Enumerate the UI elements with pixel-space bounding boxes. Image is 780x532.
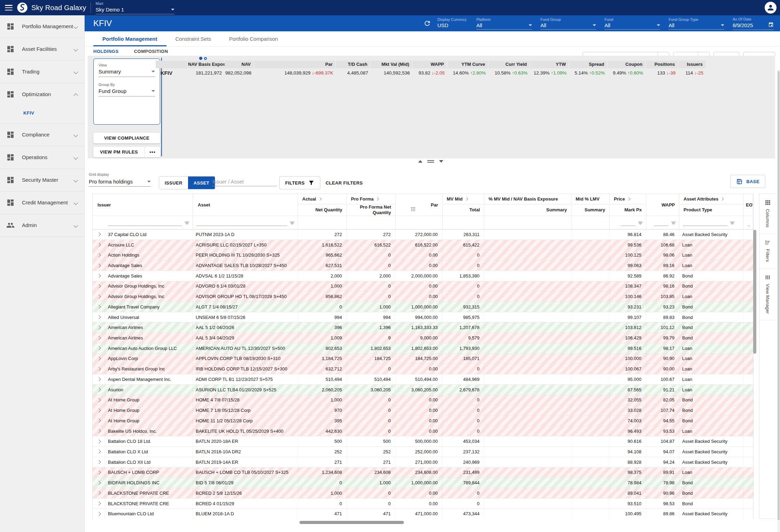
table-row[interactable]: Battalion CLO 18 Ltd.BATLN 2020-18A ER50… [93,436,753,447]
group-by-select[interactable]: Fund Group [99,88,155,96]
table-row[interactable]: Bakelite US Holdco, Inc.BAKELITE UK HOLD… [93,426,753,437]
filter-list-icon[interactable] [671,220,676,226]
eoy-filter-input[interactable] [747,221,750,226]
product-type-filter-input[interactable] [683,221,727,226]
filter-list-icon[interactable] [730,220,735,226]
sidebar-item-operations[interactable]: Operations [0,146,84,169]
col-header-pro-forma-net-quantity[interactable]: Pro Forma Net Quantity [347,204,396,216]
mart-select[interactable]: Mart Sky Demo 1 [96,1,174,14]
header-filter-as-of-date[interactable]: As Of Date8/9/2025 [733,17,774,30]
col-header-asset[interactable]: Asset [193,194,298,216]
asset-filter-input[interactable] [196,221,287,226]
table-row[interactable]: At Home GroupHOME 7 1/8 05/12/28 Corp970… [93,405,753,416]
issuer-toggle-button[interactable]: ISSUER [159,177,188,189]
row-expander[interactable] [93,281,105,291]
table-row[interactable]: American Auto Auction Group LLCAMERICAN … [93,343,753,354]
row-expander[interactable] [93,271,105,281]
table-row[interactable]: BAUSCH + LOMB CORPBAUSCH + LOMB CO TLB 0… [93,468,753,478]
header-filter-fund-group-type[interactable]: Fund Group TypeAll [669,17,724,30]
row-expander[interactable] [93,354,105,364]
tab-portfolio-management[interactable]: Portfolio Management [93,31,166,46]
user-avatar[interactable] [765,2,777,14]
header-filter-platform[interactable]: PlatformAll [476,17,532,30]
row-expander[interactable] [93,374,105,384]
col-header-summary-mv[interactable]: Summary [484,204,571,216]
row-expander[interactable] [93,250,105,260]
header-filter-fund-group[interactable]: Fund GroupAll [540,17,596,30]
issuer-filter-input[interactable] [108,221,182,226]
side-toolbar-filters[interactable]: Filters [759,234,776,269]
group-header-pct-mv[interactable]: % MV Mid / NAV Basis Exposure [484,194,571,204]
col-header-net-quantity[interactable]: Net Quantity [298,204,347,216]
col-header-total[interactable]: Total [443,204,484,216]
sidebar-item-trading[interactable]: Trading [0,61,84,83]
row-expander[interactable] [93,312,105,322]
table-row[interactable]: BLACKSTONE PRIVATE CREBCRED 4 01/15/2900… [93,499,753,509]
grid-display-select[interactable]: Grid display Pro forma holdings [89,172,151,187]
filter-list-icon[interactable] [184,220,190,226]
col-header-mark-px[interactable]: Mark Px [610,204,646,216]
row-expander[interactable] [93,364,105,374]
group-header-pro-forma[interactable]: Pro Forma [347,194,396,204]
table-row[interactable]: At Home GroupHOME 11 1/2 05/12/28 Corp39… [93,416,753,426]
view-compliance-button[interactable]: VIEW COMPLIANCE [93,133,160,143]
filters-button[interactable]: FILTERS [279,176,320,189]
row-expander[interactable] [93,385,105,395]
table-row[interactable]: Advantage SalesADVANTAGE SALES TLB 10/28… [93,260,753,271]
refresh-icon[interactable] [423,19,431,27]
sidebar-subitem-kfiv[interactable]: KFIV [0,105,84,123]
sidebar-item-security-master[interactable]: Security Master [0,169,84,191]
row-expander[interactable] [93,436,105,446]
table-row[interactable]: Advantage SalesADVSAL 6 1/2 11/15/282,00… [93,271,753,281]
row-expander[interactable] [93,509,105,519]
row-expander[interactable] [93,405,105,415]
sidebar-item-credit-management[interactable]: Credit Management [0,191,84,214]
page-scrollbar[interactable] [777,70,780,532]
col-header-par[interactable]: Par [396,194,443,216]
table-row[interactable]: American AirlinesAAL 5 1/2 04/20/263961,… [93,322,753,333]
mark-px-filter-input[interactable] [621,221,635,226]
row-expander[interactable] [93,478,105,488]
calendar-icon[interactable] [768,22,774,29]
col-header-wapp[interactable]: WAPP [646,194,679,216]
group-header-price[interactable]: Price [610,194,646,204]
pagination-dots[interactable] [199,57,207,60]
group-header-asset-attributes[interactable]: Asset Attributes [679,194,744,204]
sidebar-item-admin[interactable]: Admin [0,214,84,236]
table-row[interactable]: Allegiant Travel CompanyALGT 7 1/4 08/15… [93,302,753,312]
filter-list-icon[interactable] [638,220,643,226]
table-row[interactable]: 37 Capital CLO LtdPUTNM 2023-1A D2722722… [93,229,753,240]
more-options-button[interactable]: ••• [145,147,160,157]
table-row[interactable]: Aspen Dental Management Inc.ADMI CORP TL… [93,374,753,385]
subtab-composition[interactable]: COMPOSITION [134,49,168,54]
view-pm-rules-button[interactable]: VIEW PM RULES [93,147,145,157]
vertical-scrollbar[interactable] [753,230,756,354]
hamburger-menu-icon[interactable] [5,5,13,10]
row-expander[interactable] [93,395,105,405]
clear-filters-button[interactable]: CLEAR FILTERS [326,176,363,189]
col-header-eoy[interactable]: EOY I [744,194,753,216]
search-input[interactable] [212,177,277,186]
row-expander[interactable] [93,488,105,498]
row-expander[interactable] [93,302,105,312]
table-row[interactable]: At Home GroupHOME 4 7/8 07/15/281,00000.… [93,395,753,406]
table-row[interactable]: Arby's Restaurant Group IncIRB HOLDING C… [93,364,753,374]
row-expander[interactable] [93,416,105,426]
table-row[interactable]: AppLovin CorpAPPLOVIN CORP TLB 08/19/203… [93,354,753,364]
row-expander[interactable] [93,322,105,332]
group-header-actual[interactable]: Actual [298,194,347,204]
row-expander[interactable] [93,457,105,467]
row-expander[interactable] [93,499,105,509]
row-expander[interactable] [93,468,105,478]
subtab-holdings[interactable]: HOLDINGS [93,49,119,54]
base-button[interactable]: BASE [730,175,765,188]
table-row[interactable]: Bluemountain CLO LtdBLUEM 2018-1A D47147… [93,509,753,519]
filter-list-icon[interactable] [289,220,295,226]
col-header-product-type[interactable]: Product Type [679,204,744,216]
row-expander[interactable] [93,333,105,343]
header-filter-fund[interactable]: FundAll [604,17,660,30]
side-toolbar-view-manager[interactable]: View Manager [759,269,776,320]
table-row[interactable]: BIDFAIR HOLDINGS INCBID 5 7/8 06/01/2901… [93,478,753,488]
row-expander[interactable] [93,260,105,271]
table-row[interactable]: Battalion CLO X LtdBATLN 2016-10A DR2252… [93,447,753,457]
